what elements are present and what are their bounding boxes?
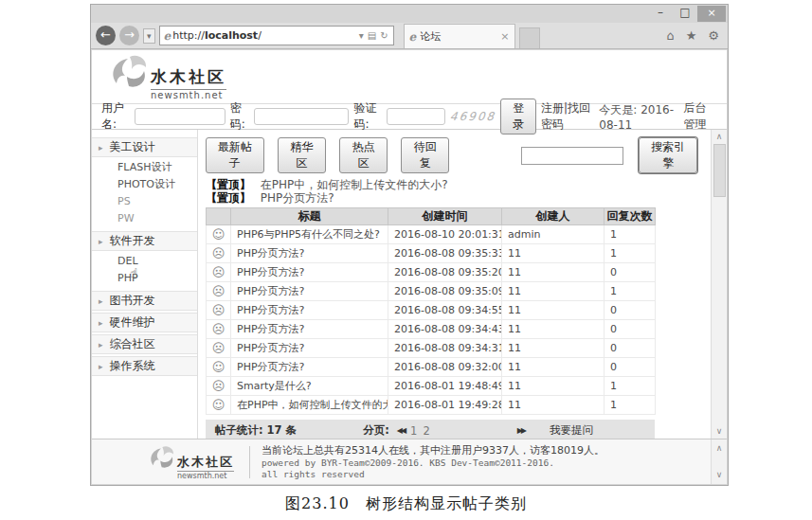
gear-icon[interactable]: ⚙ <box>704 28 723 43</box>
username-input[interactable] <box>135 108 226 125</box>
hot-zone-button[interactable]: 热点区 <box>339 137 388 173</box>
post-replies: 0 <box>604 339 656 358</box>
sidebar-group-label: 综合社区 <box>110 336 155 352</box>
maximize-button[interactable]: □ <box>673 6 697 22</box>
table-row[interactable]: ☹PHP分页方法?2016-08-08 09:35:33111 <box>207 244 656 263</box>
sidebar-item-photo[interactable]: PHOTO设计 <box>92 176 197 193</box>
post-title[interactable]: PHP分页方法? <box>231 358 388 377</box>
star-icon[interactable]: ★ <box>682 28 701 43</box>
sidebar-group-books[interactable]: ▸ 图书开发 <box>92 291 197 311</box>
logo-swirl-icon <box>147 444 175 471</box>
post-replies: 1 <box>604 225 656 244</box>
page-number-1[interactable]: 1 <box>410 424 417 438</box>
page-number-2[interactable]: 2 <box>423 424 429 438</box>
post-replies: 0 <box>604 320 656 339</box>
footer-logo-title: 水木社区 <box>177 454 234 471</box>
post-title[interactable]: PHP6与PHP5有什么不同之处? <box>231 225 388 244</box>
scroll-down-icon[interactable]: ∨ <box>713 424 727 439</box>
sidebar-group-software[interactable]: ▸ 软件开发 <box>92 231 197 251</box>
posts-frame: 最新帖子 精华区 热点区 待回复 搜索引擎 【置顶】 在PHP中，如何控制上传文… <box>198 130 711 439</box>
table-row[interactable]: ☺在PHP中，如何控制上传文件的大小?2016-08-01 19:49:2811… <box>207 396 656 415</box>
sidebar-item-pw[interactable]: PW <box>92 210 197 227</box>
captcha-image: 46908 <box>449 110 496 123</box>
sidebar-item-flash[interactable]: FLASH设计 <box>92 159 197 176</box>
first-page-icon[interactable]: ◀◀ <box>397 426 405 435</box>
post-title[interactable]: PHP分页方法? <box>231 339 388 358</box>
tab-favicon-icon: e <box>409 30 417 44</box>
sidebar-item-php[interactable]: PHP☝ <box>92 270 197 287</box>
sticky-post[interactable]: 【置顶】 在PHP中，如何控制上传文件的大小? <box>206 178 711 191</box>
post-title[interactable]: PHP分页方法? <box>231 282 388 301</box>
sidebar-item-ps[interactable]: PS <box>92 193 197 210</box>
compat-view-icon[interactable]: ▤ <box>367 30 377 41</box>
admin-link[interactable]: 后台管理 <box>683 100 717 133</box>
tab-close-icon[interactable]: × <box>500 30 509 43</box>
footer-scrollbar[interactable]: ∧ ∨ <box>711 439 727 484</box>
newest-posts-button[interactable]: 最新帖子 <box>206 137 264 173</box>
post-replies: 1 <box>604 396 656 415</box>
browser-toolbar: ← → ▾ e http://localhost/ ▾ ▤ ↻ e 论坛 × ⌂… <box>91 23 728 49</box>
sidebar-group-community[interactable]: ▸ 综合社区 <box>92 334 197 354</box>
scroll-down-icon[interactable]: ∨ <box>713 468 727 482</box>
window-titlebar[interactable]: – □ × <box>91 5 728 23</box>
post-title[interactable]: PHP分页方法? <box>231 244 388 263</box>
table-row[interactable]: ☺PHP6与PHP5有什么不同之处?2016-08-10 20:01:31adm… <box>207 225 656 244</box>
sidebar-group-hardware[interactable]: ▸ 硬件维护 <box>92 313 197 332</box>
post-title[interactable]: Smarty是什么? <box>231 377 388 396</box>
new-tab-button[interactable] <box>519 27 540 48</box>
tab-forum[interactable]: e 论坛 × <box>404 24 515 48</box>
sidebar-group-os[interactable]: ▸ 操作系统 <box>92 356 197 376</box>
vertical-scrollbar[interactable]: ∧ ∨ <box>711 130 727 439</box>
emoticon-icon: ☹ <box>212 341 226 355</box>
digest-zone-button[interactable]: 精华区 <box>278 137 326 173</box>
password-input[interactable] <box>254 108 349 125</box>
favorites-dropdown-icon[interactable]: ▾ <box>143 28 155 44</box>
address-dropdown-icon[interactable]: ▾ <box>358 30 365 41</box>
column-header-icon <box>207 208 231 225</box>
captcha-input[interactable] <box>387 108 445 125</box>
sticky-title[interactable]: 在PHP中，如何控制上传文件的大小? <box>261 178 448 191</box>
register-link[interactable]: 注册|找回密码 <box>541 100 594 133</box>
table-row[interactable]: ☹PHP分页方法?2016-08-08 09:34:55110 <box>207 301 656 320</box>
back-button[interactable]: ← <box>96 26 116 45</box>
home-icon[interactable]: ⌂ <box>662 28 677 43</box>
scrollbar-thumb[interactable] <box>713 144 726 197</box>
last-page-icon[interactable]: ▶▶ <box>517 426 525 435</box>
post-title[interactable]: 在PHP中，如何控制上传文件的大小? <box>231 396 388 415</box>
minimize-button[interactable]: – <box>648 6 673 22</box>
tree-arrow-icon: ▸ <box>99 143 103 152</box>
table-row[interactable]: ☹PHP分页方法?2016-08-08 09:34:43110 <box>207 320 656 339</box>
sticky-title[interactable]: PHP分页方法? <box>261 191 334 205</box>
close-button[interactable]: × <box>697 6 726 22</box>
emoticon-icon: ☹ <box>212 246 226 260</box>
post-time: 2016-08-08 09:32:00 <box>388 358 502 377</box>
post-stats: 帖子统计: 17 条 <box>215 423 297 438</box>
post-title[interactable]: PHP分页方法? <box>231 263 388 282</box>
table-row[interactable]: ☹PHP分页方法?2016-08-08 09:35:09111 <box>207 282 656 301</box>
tree-arrow-icon: ▸ <box>99 318 103 328</box>
post-title[interactable]: PHP分页方法? <box>231 320 388 339</box>
table-row[interactable]: ☹PHP分页方法?2016-08-08 09:35:20110 <box>207 263 656 282</box>
scroll-up-icon[interactable]: ∧ <box>713 441 727 456</box>
search-input[interactable] <box>521 147 623 165</box>
sticky-post[interactable]: 【置顶】 PHP分页方法? <box>206 191 711 205</box>
search-button[interactable]: 搜索引擎 <box>639 137 697 173</box>
sidebar-group-label: 操作系统 <box>110 358 155 374</box>
forward-button[interactable]: → <box>119 26 139 45</box>
sidebar-group-design[interactable]: ▸ 美工设计 <box>92 137 197 157</box>
post-replies: 0 <box>604 301 656 320</box>
table-row[interactable]: ☹PHP分页方法?2016-08-08 09:34:31110 <box>207 339 656 358</box>
refresh-icon[interactable]: ↻ <box>379 30 388 41</box>
post-time: 2016-08-01 19:48:49 <box>388 377 502 396</box>
sidebar-item-del[interactable]: DEL <box>92 253 197 270</box>
table-row[interactable]: ☺PHP分页方法?2016-08-08 09:32:00110 <box>207 358 656 377</box>
ask-question-link[interactable]: 我要提问 <box>550 423 593 438</box>
table-row[interactable]: ☹Smarty是什么?2016-08-01 19:48:49111 <box>207 377 656 396</box>
address-bar[interactable]: e http://localhost/ ▾ ▤ ↻ <box>159 26 394 45</box>
pending-reply-button[interactable]: 待回复 <box>401 137 449 173</box>
username-label: 用户名: <box>101 100 130 133</box>
sticky-tag: 【置顶】 <box>206 191 251 205</box>
emoticon-icon: ☺ <box>212 360 226 374</box>
login-button[interactable]: 登录 <box>500 99 536 134</box>
post-title[interactable]: PHP分页方法? <box>231 301 388 320</box>
